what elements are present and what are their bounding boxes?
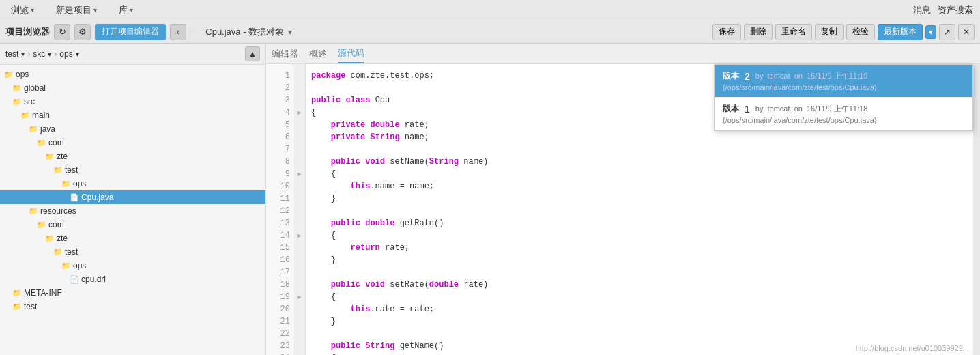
menu-browse[interactable]: 浏览 ▾ [7, 3, 38, 18]
scrollbar[interactable] [973, 64, 980, 355]
code-line: return rate; [311, 242, 975, 254]
folder-icon: 📁 [29, 207, 38, 216]
folder-icon: 📁 [45, 152, 55, 161]
latest-version-arrow-icon[interactable]: ▾ [925, 25, 936, 39]
line-arrow [293, 315, 305, 328]
code-line: } [311, 254, 975, 266]
nav-ops[interactable]: ops [59, 49, 72, 59]
tree-item[interactable]: 📁ops [0, 68, 265, 81]
line-arrow [293, 217, 305, 229]
open-editor-button[interactable]: 打开项目编辑器 [95, 24, 166, 40]
code-line: public void setRate(double rate) [311, 279, 975, 291]
file-icon: 📄 [70, 275, 79, 284]
line-arrow [293, 94, 305, 106]
tab-source[interactable]: 源代码 [338, 44, 364, 63]
expand-button[interactable]: ↗ [939, 24, 955, 40]
line-arrow [293, 205, 305, 217]
back-button[interactable]: ‹ [170, 24, 186, 40]
folder-icon: 📁 [61, 261, 71, 270]
line-arrow [293, 119, 305, 131]
code-line: public double getRate() [311, 217, 975, 229]
line-arrow [293, 279, 305, 291]
tree-item[interactable]: 📁test [0, 163, 265, 177]
code-line [311, 266, 975, 279]
tree-item[interactable]: 📁test [0, 245, 265, 259]
new-project-arrow-icon: ▾ [93, 6, 97, 14]
tree-item[interactable]: 📁main [0, 109, 265, 122]
line-arrow [293, 266, 305, 279]
tree-item[interactable]: 📁src [0, 95, 265, 109]
tree-item[interactable]: 📁resources [0, 204, 265, 218]
messages-link[interactable]: 消息 [913, 4, 931, 16]
version-item-2[interactable]: 版本 2 by tomcat on 16/11/9 上午11:19 {/ops/… [715, 65, 972, 98]
line-arrow: ▶ [293, 352, 305, 355]
refresh-button[interactable]: ↻ [54, 24, 70, 40]
top-menubar: 浏览 ▾ 新建项目 ▾ 库 ▾ 消息 资产搜索 [0, 0, 980, 20]
copy-button[interactable]: 复制 [815, 24, 844, 40]
toolbar-left: 项目浏览器 ↻ ⚙ 打开项目编辑器 ‹ | Cpu.java - 数据对象 ▾ [5, 24, 292, 40]
asset-search-link[interactable]: 资产搜索 [938, 4, 973, 16]
nav-skc[interactable]: skc [33, 49, 45, 59]
tab-editor[interactable]: 编辑器 [272, 45, 298, 63]
line-arrow: ▶ [293, 168, 305, 180]
version-2-path: {/ops/src/main/java/com/zte/test/ops/Cpu… [723, 83, 964, 91]
tree-item[interactable]: 📁global [0, 81, 265, 95]
tab-overview[interactable]: 概述 [309, 45, 327, 63]
settings-button[interactable]: ⚙ [74, 24, 91, 40]
close-button[interactable]: ✕ [958, 24, 975, 40]
save-button[interactable]: 保存 [712, 24, 741, 40]
rename-button[interactable]: 重命名 [775, 24, 812, 40]
folder-icon: 📁 [37, 221, 46, 229]
check-button[interactable]: 检验 [846, 24, 875, 40]
version-2-num: 2 [745, 71, 750, 82]
folder-icon: 📁 [12, 289, 22, 298]
code-line: private String name; [311, 131, 975, 143]
line-arrow [293, 254, 305, 266]
nav-ops-arrow-icon[interactable]: ▾ [76, 51, 79, 58]
line-arrow: ▶ [293, 229, 305, 242]
folder-icon: 📁 [45, 234, 55, 243]
toolbar: 项目浏览器 ↻ ⚙ 打开项目编辑器 ‹ | Cpu.java - 数据对象 ▾ … [0, 20, 980, 44]
line-arrow [293, 340, 305, 352]
line-arrow [293, 70, 305, 82]
menu-library[interactable]: 库 ▾ [115, 3, 137, 18]
version-item-1[interactable]: 版本 1 by tomcat on 16/11/9 上午11:18 {/ops/… [715, 98, 972, 130]
code-line: this.rate = rate; [311, 303, 975, 315]
tree-item[interactable]: 📁META-INF [0, 286, 265, 300]
tree-item[interactable]: 📄Cpu.java [0, 190, 265, 204]
latest-version-button[interactable]: 最新版本 [878, 24, 923, 40]
watermark: http://blog.csdn.net/u010039929... [856, 344, 969, 352]
top-menubar-right: 消息 资产搜索 [913, 4, 973, 16]
line-arrow [293, 143, 305, 156]
line-arrow [293, 82, 305, 94]
tree-item[interactable]: 📄cpu.drl [0, 272, 265, 286]
tree-item[interactable]: 📁ops [0, 177, 265, 190]
tree-item[interactable]: 📁java [0, 122, 265, 136]
menu-new-project[interactable]: 新建项目 ▾ [52, 3, 101, 18]
code-line: this.name = name; [311, 180, 975, 193]
version-dropdown: 版本 2 by tomcat on 16/11/9 上午11:19 {/ops/… [714, 64, 973, 131]
nav-test-arrow-icon[interactable]: ▾ [21, 51, 25, 58]
file-dropdown-arrow-icon[interactable]: ▾ [288, 27, 292, 37]
collapse-sidebar-button[interactable]: ▲ [245, 46, 260, 61]
delete-button[interactable]: 删除 [744, 24, 773, 40]
code-line: { [311, 168, 975, 180]
tree-item[interactable]: 📁zte [0, 231, 265, 245]
tree-item[interactable]: 📁test [0, 300, 265, 313]
version-2-meta: by tomcat on 16/11/9 上午11:19 [755, 71, 867, 81]
version-1-num: 1 [745, 104, 750, 115]
tree-item[interactable]: 📁com [0, 136, 265, 150]
tree-item[interactable]: 📁zte [0, 150, 265, 163]
nav-test[interactable]: test [5, 49, 18, 59]
file-icon: 📄 [70, 193, 79, 202]
nav-skc-arrow-icon[interactable]: ▾ [48, 51, 51, 58]
code-line: } [311, 315, 975, 328]
line-arrow: ▶ [293, 106, 305, 119]
tree-item[interactable]: 📁com [0, 218, 265, 231]
folder-icon: 📁 [61, 180, 71, 188]
arrow-column: ▶▶▶▶▶ [293, 64, 306, 355]
tree-item[interactable]: 📁ops [0, 259, 265, 272]
folder-icon: 📁 [12, 302, 22, 311]
version-1-path: {/ops/src/main/java/com/zte/test/ops/Cpu… [723, 116, 964, 124]
line-arrow [293, 303, 305, 315]
